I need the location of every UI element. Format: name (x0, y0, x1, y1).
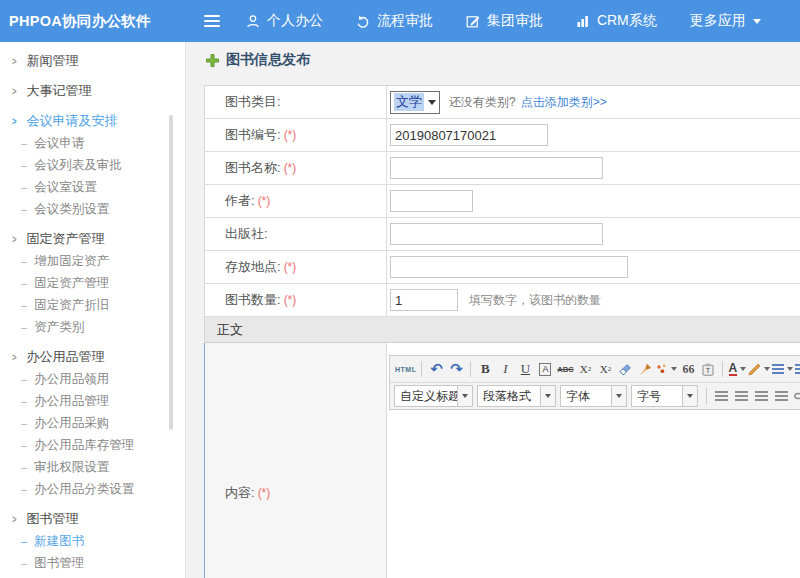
sidebar-item-supplies-manage[interactable]: –办公用品管理 (0, 390, 185, 412)
editor-content-area[interactable] (389, 410, 800, 578)
align-justify-button[interactable] (772, 386, 790, 406)
menu-label: CRM系统 (597, 12, 657, 30)
font-family-select[interactable]: 字体 (560, 385, 627, 407)
highlight-pen-icon (748, 363, 761, 376)
sidebar-group-news[interactable]: > 新闻管理 (0, 50, 185, 72)
plus-icon (205, 53, 220, 68)
sidebar: > 新闻管理 > 大事记管理 > 会议申请及安排 –会议申请 –会议列表及审批 … (0, 42, 186, 578)
menu-personal-office[interactable]: 个人办公 (246, 12, 323, 30)
sidebar-item-meeting-category[interactable]: –会议类别设置 (0, 198, 185, 220)
superscript-button[interactable]: X2 (576, 359, 594, 379)
cycle-arrow-icon (356, 14, 370, 29)
paste-text-button[interactable]: T (699, 359, 717, 379)
form-row-publisher: 出版社: (205, 218, 800, 251)
strikethrough-button[interactable]: ABC (556, 359, 574, 379)
book-form: 图书类目: 文学 还没有类别? 点击添加类别>> 图书编号: (*) (204, 85, 800, 578)
sidebar-item-supplies-purchase[interactable]: –办公用品采购 (0, 412, 185, 434)
dash-icon: – (21, 439, 27, 451)
sidebar-item-new-book[interactable]: –新建图书 (0, 530, 185, 552)
subscript-button[interactable]: X2 (596, 359, 614, 379)
app-logo: PHPOA协同办公软件 (9, 12, 151, 31)
align-left-button[interactable] (712, 386, 730, 406)
align-right-icon (755, 391, 768, 402)
edit-square-icon (466, 14, 480, 29)
menu-crm-system[interactable]: CRM系统 (576, 12, 657, 30)
chevron-right-icon: > (12, 351, 17, 363)
topbar: PHPOA协同办公软件 个人办公 流程审批 集团审批 CRM系统 (0, 0, 800, 42)
svg-text:T: T (706, 367, 711, 374)
field-label: 存放地点: (225, 258, 281, 276)
paragraph-format-select[interactable]: 段落格式 (477, 385, 556, 407)
sidebar-item-supplies-claim[interactable]: –办公用品领用 (0, 368, 185, 390)
html-source-button[interactable]: HTML (395, 359, 416, 379)
sidebar-item-asset-category[interactable]: –资产类别 (0, 316, 185, 338)
highlight-pen-button[interactable] (748, 359, 770, 379)
sidebar-item-supplies-category[interactable]: –办公用品分类设置 (0, 478, 185, 500)
dash-icon: – (21, 321, 27, 333)
add-category-link[interactable]: 点击添加类别>> (521, 94, 607, 111)
quantity-hint: 填写数字，该图书的数量 (469, 292, 601, 309)
align-right-button[interactable] (752, 386, 770, 406)
redo-button[interactable]: ↷ (447, 359, 465, 379)
blockquote-button[interactable]: 66 (679, 359, 697, 379)
caret-down-icon (428, 100, 436, 105)
font-size-select[interactable]: 字号 (631, 385, 698, 407)
field-label: 图书名称: (225, 159, 281, 177)
quantity-input[interactable] (390, 289, 458, 311)
dash-icon: – (21, 557, 27, 569)
body-section-header: 正文 (205, 317, 800, 343)
dash-icon: – (21, 255, 27, 267)
sidebar-group-fixed-assets[interactable]: > 固定资产管理 (0, 228, 185, 250)
menu-group-approval[interactable]: 集团审批 (466, 12, 543, 30)
format-brush-button[interactable] (636, 359, 654, 379)
link-button[interactable] (792, 386, 800, 406)
dash-icon: – (21, 395, 27, 407)
sidebar-item-book-manage[interactable]: –图书管理 (0, 552, 185, 574)
form-row-author: 作者: (*) (205, 185, 800, 218)
sidebar-item-meeting-room[interactable]: –会议室设置 (0, 176, 185, 198)
unordered-list-button[interactable] (795, 359, 800, 379)
bold-button[interactable]: B (476, 359, 494, 379)
sidebar-item-supplies-inventory[interactable]: –办公用品库存管理 (0, 434, 185, 456)
sidebar-group-meeting[interactable]: > 会议申请及安排 (0, 110, 185, 132)
chevron-right-icon: > (12, 233, 17, 245)
book-category-select[interactable]: 文学 (390, 91, 440, 114)
font-border-button[interactable]: A (536, 359, 554, 379)
sidebar-group-memorabilia[interactable]: > 大事记管理 (0, 80, 185, 102)
sidebar-item-add-asset[interactable]: –增加固定资产 (0, 250, 185, 272)
publisher-input[interactable] (390, 223, 603, 245)
book-number-input[interactable] (390, 124, 548, 146)
field-label: 内容: (225, 484, 255, 502)
location-input[interactable] (390, 256, 628, 278)
form-row-book-name: 图书名称: (*) (205, 152, 800, 185)
align-center-icon (735, 391, 748, 402)
sidebar-item-meeting-apply[interactable]: –会议申请 (0, 132, 185, 154)
undo-button[interactable]: ↶ (427, 359, 445, 379)
custom-title-select[interactable]: 自定义标题 (394, 385, 473, 407)
sidebar-group-office-supplies[interactable]: > 办公用品管理 (0, 346, 185, 368)
author-input[interactable] (390, 190, 473, 212)
page-title: 图书信息发布 (205, 51, 310, 69)
dash-icon: – (21, 461, 27, 473)
dash-icon: – (21, 203, 27, 215)
sidebar-item-approval-permission[interactable]: –审批权限设置 (0, 456, 185, 478)
underline-button[interactable]: U (516, 359, 534, 379)
color-splatter-button[interactable] (656, 359, 677, 379)
book-name-input[interactable] (390, 157, 603, 179)
sidebar-item-asset-depreciation[interactable]: –固定资产折旧 (0, 294, 185, 316)
sidebar-scrollbar[interactable] (169, 115, 173, 430)
eraser-button[interactable] (616, 359, 634, 379)
sidebar-item-meeting-list[interactable]: –会议列表及审批 (0, 154, 185, 176)
font-color-button[interactable]: A (728, 359, 746, 379)
dash-icon: – (21, 483, 27, 495)
menu-more-apps[interactable]: 更多应用 (690, 12, 761, 30)
main-content: 图书信息发布 图书类目: 文学 还没有类别? 点击添加类别>> 图书编号: (*… (187, 42, 800, 578)
menu-workflow-approval[interactable]: 流程审批 (356, 12, 433, 30)
dash-icon: – (21, 535, 27, 547)
sidebar-group-books[interactable]: > 图书管理 (0, 508, 185, 530)
align-center-button[interactable] (732, 386, 750, 406)
sidebar-item-asset-manage[interactable]: –固定资产管理 (0, 272, 185, 294)
hamburger-icon[interactable] (204, 15, 220, 27)
italic-button[interactable]: I (496, 359, 514, 379)
ordered-list-button[interactable] (772, 359, 793, 379)
